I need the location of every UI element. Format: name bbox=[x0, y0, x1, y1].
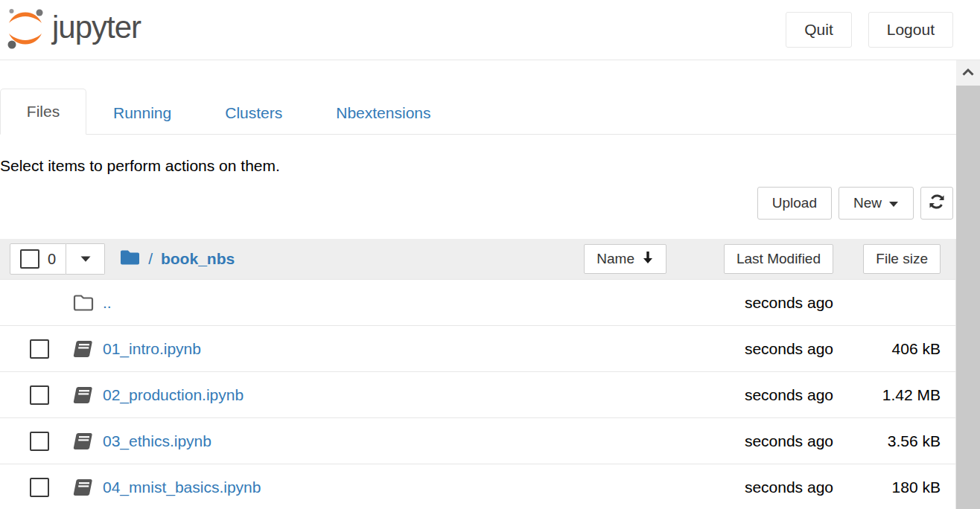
new-dropdown-button[interactable]: New bbox=[839, 187, 914, 220]
select-items-notice: Select items to perform actions on them. bbox=[0, 157, 956, 175]
file-link[interactable]: 04_mnist_basics.ipynb bbox=[103, 478, 261, 496]
table-row: 01_intro.ipynb seconds ago 406 kB bbox=[0, 325, 955, 371]
table-row: 04_mnist_basics.ipynb seconds ago 180 kB bbox=[0, 464, 955, 509]
logout-button[interactable]: Logout bbox=[868, 12, 953, 48]
vertical-scrollbar[interactable] bbox=[956, 60, 980, 509]
notebook-book-icon bbox=[73, 340, 94, 358]
tab-files[interactable]: Files bbox=[0, 89, 86, 135]
logo-text: jupyter bbox=[52, 10, 141, 50]
notebook-book-icon bbox=[73, 432, 94, 450]
select-all-segment[interactable]: 0 bbox=[10, 243, 66, 275]
size-cell: 180 kB bbox=[833, 478, 941, 496]
row-checkbox[interactable] bbox=[30, 432, 49, 451]
caret-down-icon bbox=[888, 195, 899, 211]
jupyter-logo-icon bbox=[6, 7, 45, 53]
folder-icon[interactable] bbox=[120, 249, 140, 269]
new-button-label: New bbox=[853, 195, 882, 211]
scrollbar-up-button[interactable] bbox=[956, 60, 980, 86]
sort-file-size-button[interactable]: File size bbox=[863, 244, 941, 274]
table-row-parent: .. seconds ago bbox=[0, 279, 955, 325]
jupyter-logo[interactable]: jupyter bbox=[6, 7, 141, 53]
modified-cell: seconds ago bbox=[684, 432, 833, 450]
action-toolbar: Upload New bbox=[0, 187, 956, 220]
upload-button[interactable]: Upload bbox=[757, 187, 832, 220]
size-cell: 406 kB bbox=[833, 340, 941, 358]
tab-nbextensions[interactable]: Nbextensions bbox=[309, 92, 457, 134]
select-dropdown-segment[interactable] bbox=[66, 243, 105, 275]
row-checkbox[interactable] bbox=[30, 385, 49, 405]
chevron-up-icon bbox=[961, 66, 975, 80]
breadcrumb-root-link[interactable]: / bbox=[148, 250, 153, 268]
selected-count: 0 bbox=[48, 251, 56, 268]
size-cell: 3.56 kB bbox=[833, 432, 941, 450]
refresh-button[interactable] bbox=[920, 187, 953, 220]
modified-cell: seconds ago bbox=[684, 294, 833, 312]
row-checkbox[interactable] bbox=[30, 478, 49, 497]
table-row: 03_ethics.ipynb seconds ago 3.56 kB bbox=[0, 417, 955, 464]
select-button-group: 0 bbox=[10, 243, 105, 275]
modified-cell: seconds ago bbox=[684, 478, 833, 496]
size-cell: 1.42 MB bbox=[833, 386, 941, 404]
folder-outline-icon bbox=[73, 294, 94, 312]
modified-cell: seconds ago bbox=[684, 340, 833, 358]
tab-clusters[interactable]: Clusters bbox=[198, 92, 309, 134]
notebook-book-icon bbox=[73, 386, 94, 404]
notebook-book-icon bbox=[73, 478, 94, 496]
quit-button[interactable]: Quit bbox=[786, 12, 852, 48]
upload-button-label: Upload bbox=[772, 195, 817, 211]
refresh-icon bbox=[929, 193, 945, 214]
breadcrumb: / book_nbs bbox=[120, 249, 235, 269]
tab-bar: Files Running Clusters Nbextensions bbox=[0, 89, 956, 135]
parent-folder-link[interactable]: .. bbox=[103, 294, 112, 312]
select-all-checkbox[interactable] bbox=[20, 249, 39, 269]
sort-name-label: Name bbox=[596, 251, 634, 267]
scrollbar-thumb[interactable] bbox=[956, 86, 980, 509]
arrow-down-icon bbox=[642, 251, 654, 268]
list-header-row: 0 / book_nbs bbox=[0, 239, 955, 279]
tab-running[interactable]: Running bbox=[86, 92, 198, 134]
caret-down-icon bbox=[80, 252, 92, 266]
row-checkbox[interactable] bbox=[30, 339, 49, 359]
file-link[interactable]: 01_intro.ipynb bbox=[103, 340, 201, 358]
file-list: 0 / book_nbs bbox=[0, 239, 956, 509]
file-link[interactable]: 03_ethics.ipynb bbox=[103, 432, 211, 450]
sort-last-modified-button[interactable]: Last Modified bbox=[724, 244, 833, 274]
app-header: jupyter Quit Logout bbox=[0, 0, 980, 60]
sort-name-button[interactable]: Name bbox=[584, 244, 666, 274]
file-link[interactable]: 02_production.ipynb bbox=[103, 386, 244, 404]
breadcrumb-current-folder: book_nbs bbox=[161, 250, 235, 268]
table-row: 02_production.ipynb seconds ago 1.42 MB bbox=[0, 371, 955, 417]
modified-cell: seconds ago bbox=[684, 386, 833, 404]
